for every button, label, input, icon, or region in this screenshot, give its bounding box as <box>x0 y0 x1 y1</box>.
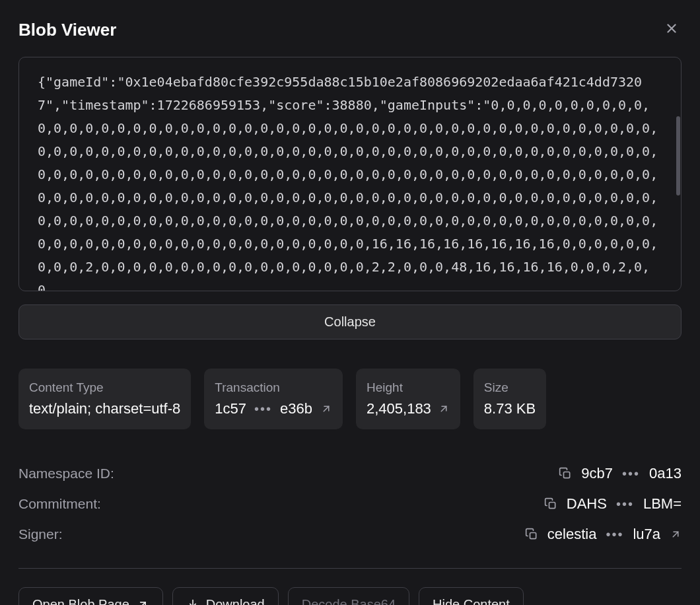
copy-icon[interactable] <box>544 497 557 511</box>
detail-value: DAHS ••• LBM= <box>544 495 682 513</box>
detail-label: Commitment: <box>18 496 101 512</box>
copy-icon[interactable] <box>525 528 538 541</box>
commitment-prefix: DAHS <box>567 495 607 513</box>
blob-content[interactable]: {"gameId":"0x1e04ebafd80cfe392c955da88c1… <box>18 57 682 291</box>
button-label: Download <box>206 597 265 605</box>
stat-value[interactable]: 1c57 ••• e36b <box>215 400 332 417</box>
stat-value: 8.73 KB <box>484 400 536 417</box>
button-label: Hide Content <box>433 597 510 605</box>
stat-content-type: Content Type text/plain; charset=utf-8 <box>18 369 191 429</box>
stat-transaction: Transaction 1c57 ••• e36b <box>204 369 343 429</box>
button-label: Decode Base64 <box>302 597 396 605</box>
namespace-prefix: 9cb7 <box>581 465 613 482</box>
stat-size: Size 8.73 KB <box>473 369 546 429</box>
close-icon <box>664 21 679 36</box>
detail-label: Signer: <box>18 526 63 542</box>
stats-row: Content Type text/plain; charset=utf-8 T… <box>18 369 682 429</box>
commitment-suffix: LBM= <box>643 495 682 513</box>
signer-prefix: celestia <box>547 526 597 543</box>
download-icon <box>186 598 199 606</box>
actions-row: Open Blob Page Download Decode Base64 Hi… <box>18 587 682 605</box>
external-link-icon <box>438 403 450 415</box>
svg-line-7 <box>673 532 678 537</box>
open-blob-page-button[interactable]: Open Blob Page <box>18 587 163 605</box>
svg-rect-5 <box>549 503 555 509</box>
button-label: Open Blob Page <box>32 597 129 605</box>
detail-commitment: Commitment: DAHS ••• LBM= <box>18 489 682 519</box>
svg-line-3 <box>441 406 446 411</box>
ellipsis-icon: ••• <box>616 497 634 512</box>
external-link-icon <box>136 598 149 606</box>
signer-suffix: lu7a <box>633 526 660 543</box>
stat-label: Height <box>367 380 450 395</box>
ellipsis-icon: ••• <box>606 527 623 542</box>
height-value: 2,405,183 <box>367 400 431 417</box>
collapse-button[interactable]: Collapse <box>18 304 682 339</box>
stat-value: text/plain; charset=utf-8 <box>29 400 180 417</box>
modal-header: Blob Viewer <box>18 18 682 41</box>
external-link-icon <box>320 403 332 415</box>
ellipsis-icon: ••• <box>254 402 272 417</box>
detail-label: Namespace ID: <box>18 466 114 481</box>
detail-signer: Signer: celestia ••• lu7a <box>18 519 682 550</box>
svg-rect-4 <box>564 472 570 478</box>
stat-label: Transaction <box>215 380 332 395</box>
details-section: Namespace ID: 9cb7 ••• 0a13 Commitment: … <box>18 458 682 550</box>
svg-line-2 <box>324 406 329 411</box>
external-link-icon <box>670 528 682 540</box>
namespace-suffix: 0a13 <box>649 465 682 482</box>
stat-label: Content Type <box>29 380 180 395</box>
download-button[interactable]: Download <box>172 587 279 605</box>
stat-label: Size <box>484 380 536 395</box>
scrollbar-thumb[interactable] <box>676 116 680 196</box>
detail-value[interactable]: celestia ••• lu7a <box>525 526 682 543</box>
blob-viewer-modal: Blob Viewer {"gameId":"0x1e04ebafd80cfe3… <box>0 0 700 605</box>
tx-prefix: 1c57 <box>215 400 246 417</box>
ellipsis-icon: ••• <box>622 466 640 481</box>
stat-value[interactable]: 2,405,183 <box>367 400 450 417</box>
hide-content-button[interactable]: Hide Content <box>419 587 524 605</box>
close-button[interactable] <box>662 18 682 41</box>
modal-title: Blob Viewer <box>18 20 116 40</box>
decode-base64-button[interactable]: Decode Base64 <box>288 587 409 605</box>
tx-suffix: e36b <box>280 400 312 417</box>
detail-value: 9cb7 ••• 0a13 <box>559 465 682 482</box>
detail-namespace-id: Namespace ID: 9cb7 ••• 0a13 <box>18 458 682 489</box>
copy-icon[interactable] <box>559 467 572 480</box>
svg-rect-6 <box>530 533 536 539</box>
divider <box>18 568 682 569</box>
stat-height: Height 2,405,183 <box>356 369 460 429</box>
